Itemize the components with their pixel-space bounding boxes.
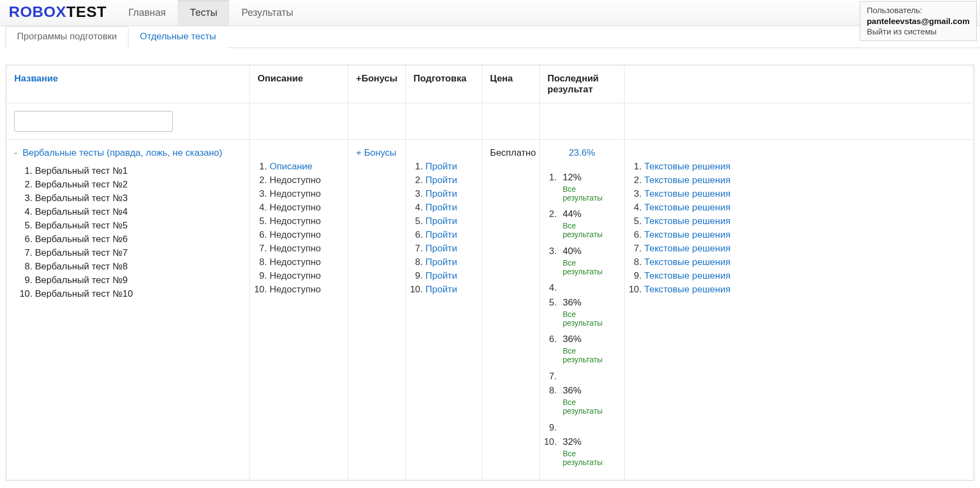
preparation-item: Пройти: [425, 160, 474, 173]
text-solution-link[interactable]: Текстовые решения: [644, 257, 731, 267]
user-email: panteleevstas@gmail.com: [867, 16, 970, 26]
tests-list: Вербальный тест №1Вербальный тест №2Верб…: [35, 164, 242, 301]
results-list: 12%Все результаты44%Все результаты40%Все…: [559, 170, 616, 472]
all-results-link[interactable]: Все результаты: [563, 398, 616, 415]
result-percent: 40%: [563, 246, 581, 256]
take-test-link[interactable]: Пройти: [425, 271, 457, 281]
all-results-link[interactable]: Все результаты: [563, 310, 616, 327]
nav-results[interactable]: Результаты: [229, 0, 305, 26]
text-solution-link[interactable]: Текстовые решения: [644, 202, 731, 213]
description-item: Недоступно: [270, 228, 340, 242]
cell-name: - Вербальные тесты (правда, ложь, не ска…: [7, 140, 250, 480]
test-item: Вербальный тест №10: [35, 287, 242, 301]
description-unavailable: Недоступно: [270, 284, 321, 295]
preparation-item: Пройти: [425, 228, 474, 242]
solution-item: Текстовые решения: [644, 173, 966, 187]
take-test-link[interactable]: Пройти: [425, 284, 457, 295]
description-list: ОписаниеНедоступноНедоступноНедоступноНе…: [270, 160, 340, 296]
test-item: Вербальный тест №8: [35, 260, 242, 273]
text-solution-link[interactable]: Текстовые решения: [644, 284, 731, 295]
take-test-link[interactable]: Пройти: [425, 216, 457, 226]
col-name[interactable]: Название: [7, 66, 250, 103]
logo[interactable]: ROBOXTEST: [0, 0, 116, 26]
solution-item: Текстовые решения: [644, 187, 966, 201]
result-percent: 12%: [563, 172, 581, 183]
preparation-item: Пройти: [425, 242, 474, 255]
take-test-link[interactable]: Пройти: [425, 230, 457, 240]
take-test-link[interactable]: Пройти: [425, 243, 457, 254]
table-row: - Вербальные тесты (правда, ложь, не ска…: [7, 140, 974, 480]
text-solution-link[interactable]: Текстовые решения: [644, 189, 731, 199]
take-test-link[interactable]: Пройти: [425, 189, 457, 199]
take-test-link[interactable]: Пройти: [425, 161, 457, 172]
description-unavailable: Недоступно: [270, 202, 321, 213]
result-item: 36%Все результаты: [559, 296, 616, 333]
result-item: 32%Все результаты: [559, 436, 616, 473]
take-test-link[interactable]: Пройти: [425, 202, 457, 213]
text-solution-link[interactable]: Текстовые решения: [644, 161, 731, 172]
filter-name-input[interactable]: [14, 111, 173, 132]
test-item: Вербальный тест №2: [35, 178, 242, 191]
preparation-item: Пройти: [425, 255, 474, 269]
text-solution-link[interactable]: Текстовые решения: [644, 216, 731, 226]
description-unavailable: Недоступно: [270, 257, 321, 267]
description-link[interactable]: Описание: [270, 161, 312, 172]
text-solution-link[interactable]: Текстовые решения: [644, 230, 731, 240]
description-item: Недоступно: [270, 269, 340, 283]
col-preparation: Подготовка: [406, 66, 482, 103]
text-solution-link[interactable]: Текстовые решения: [644, 243, 731, 254]
text-solution-link[interactable]: Текстовые решения: [644, 271, 731, 281]
solution-item: Текстовые решения: [644, 201, 966, 214]
take-test-link[interactable]: Пройти: [425, 175, 457, 185]
logo-part-2: TEST: [66, 3, 107, 20]
solution-item: Текстовые решения: [644, 228, 966, 242]
toggle-expand[interactable]: -: [14, 148, 18, 158]
subtab-programs[interactable]: Программы подготовки: [5, 26, 129, 48]
cell-price: Бесплатно: [482, 140, 540, 480]
take-test-link[interactable]: Пройти: [425, 257, 457, 267]
solution-item: Текстовые решения: [644, 283, 966, 296]
test-item: Вербальный тест №7: [35, 246, 242, 260]
description-item: Недоступно: [270, 242, 340, 255]
nav-home[interactable]: Главная: [116, 0, 178, 26]
test-item: Вербальный тест №3: [35, 191, 242, 205]
preparation-item: Пройти: [425, 201, 474, 214]
result-percent: 36%: [563, 334, 581, 344]
subtab-single-tests[interactable]: Отдельные тесты: [129, 26, 228, 48]
result-item: 44%Все результаты: [559, 208, 616, 245]
all-results-link[interactable]: Все результаты: [563, 346, 616, 364]
preparation-item: Пройти: [425, 214, 474, 228]
preparation-item: Пройти: [425, 187, 474, 201]
preparation-item: Пройти: [425, 269, 474, 283]
group-title-link[interactable]: Вербальные тесты (правда, ложь, не сказа…: [22, 148, 222, 158]
description-item: Недоступно: [270, 283, 340, 296]
test-item: Вербальный тест №6: [35, 232, 242, 246]
test-item: Вербальный тест №9: [35, 273, 242, 287]
preparation-item: Пройти: [425, 283, 474, 296]
overall-score-link[interactable]: 23.6%: [547, 148, 616, 158]
result-item: [559, 369, 616, 384]
solutions-list: Текстовые решенияТекстовые решенияТексто…: [644, 160, 966, 296]
preparation-list: ПройтиПройтиПройтиПройтиПройтиПройтиПрой…: [425, 160, 474, 296]
solution-item: Текстовые решения: [644, 255, 966, 269]
text-solution-link[interactable]: Текстовые решения: [644, 175, 731, 185]
description-unavailable: Недоступно: [270, 230, 321, 240]
result-percent: 32%: [563, 437, 581, 447]
description-unavailable: Недоступно: [270, 216, 321, 226]
solution-item: Текстовые решения: [644, 242, 966, 255]
all-results-link[interactable]: Все результаты: [563, 449, 616, 467]
subtab-divider: [228, 48, 980, 48]
logout-link[interactable]: Выйти из системы: [867, 27, 937, 36]
all-results-link[interactable]: Все результаты: [563, 221, 616, 239]
all-results-link[interactable]: Все результаты: [563, 258, 616, 276]
bonuses-link[interactable]: + Бонусы: [356, 148, 396, 158]
col-price: Цена: [482, 66, 540, 103]
col-bonuses: +Бонусы: [348, 66, 406, 103]
description-item: Описание: [270, 160, 340, 173]
all-results-link[interactable]: Все результаты: [563, 185, 616, 202]
price-value: Бесплатно: [490, 148, 536, 158]
cell-preparation: ПройтиПройтиПройтиПройтиПройтиПройтиПрой…: [406, 140, 482, 480]
sub-tabs: Программы подготовки Отдельные тесты: [0, 26, 980, 48]
nav-tests[interactable]: Тесты: [178, 0, 229, 26]
result-item: 36%Все результаты: [559, 384, 616, 421]
